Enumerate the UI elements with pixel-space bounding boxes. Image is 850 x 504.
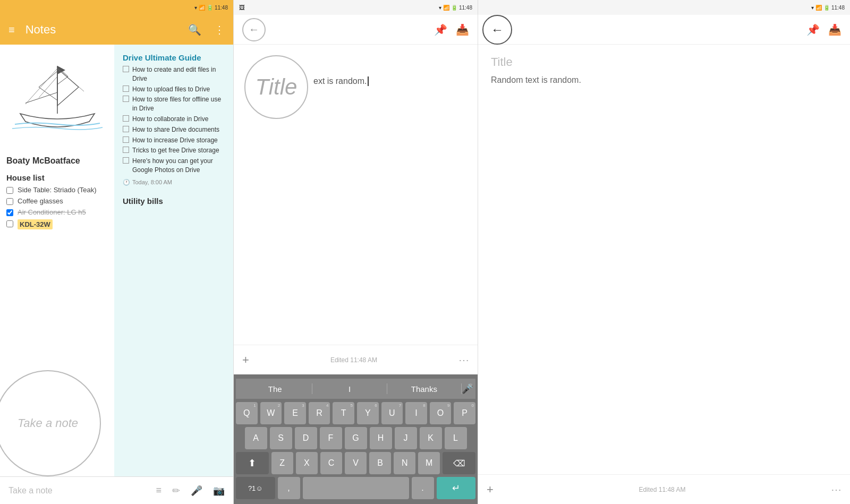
note-item: Tricks to get free Drive storage — [123, 146, 224, 155]
battery-icon-2: 🔋 — [451, 5, 457, 11]
symbols-key[interactable]: ?1☺ — [236, 477, 275, 499]
suggestion-2[interactable]: I — [312, 385, 386, 394]
hamburger-icon[interactable]: ≡ — [8, 24, 15, 36]
key-C[interactable]: C — [320, 452, 342, 474]
key-P[interactable]: P0 — [454, 402, 475, 424]
list-item: Air Conditioner: LG h5 — [0, 207, 114, 218]
svg-line-4 — [57, 69, 84, 91]
time-display-3: 11:48 — [831, 5, 845, 11]
drive-guide-card[interactable]: Drive Ultimate Guide How to create and e… — [118, 50, 228, 189]
house-list-title: House list — [0, 169, 114, 184]
archive-icon[interactable]: 📥 — [456, 23, 469, 36]
key-B[interactable]: B — [369, 452, 391, 474]
note-edit-area[interactable]: Title ext is random. — [234, 45, 478, 345]
toolbar-3: ← 📌 📥 — [478, 15, 850, 45]
key-F[interactable]: F — [320, 427, 342, 449]
note-item: How to share Drive documents — [123, 125, 224, 134]
keyboard-mic-icon[interactable]: 🎤 — [462, 383, 473, 395]
note-cb-3 — [123, 96, 129, 102]
backspace-key[interactable]: ⌫ — [443, 452, 475, 474]
edited-timestamp-3: Edited 11:48 AM — [494, 486, 831, 493]
space-key[interactable] — [303, 477, 409, 499]
item-label-1: Side Table: Striado (Teak) — [18, 186, 97, 194]
key-Y[interactable]: Y6 — [357, 402, 379, 424]
more-options-button[interactable]: ⋯ — [458, 354, 469, 366]
key-H[interactable]: H — [370, 427, 392, 449]
key-Q[interactable]: Q1 — [236, 402, 258, 424]
key-D[interactable]: D — [295, 427, 317, 449]
item-label-3: Air Conditioner: LG h5 — [18, 208, 86, 216]
ship-illustration — [7, 50, 108, 146]
key-V[interactable]: V — [345, 452, 367, 474]
key-M[interactable]: M — [418, 452, 440, 474]
key-Z[interactable]: Z — [271, 452, 293, 474]
note-body-display[interactable]: ext is random. — [313, 55, 467, 86]
checkbox-4[interactable] — [6, 220, 13, 227]
key-S[interactable]: S — [270, 427, 292, 449]
note-item-text-7: Tricks to get free Drive storage — [132, 146, 219, 155]
menu-icon[interactable]: ⋮ — [214, 23, 225, 36]
enter-key[interactable]: ↵ — [437, 477, 476, 499]
back-button-3[interactable]: ← — [482, 15, 512, 45]
back-button[interactable]: ← — [242, 18, 266, 41]
pin-icon[interactable]: 📌 — [434, 23, 447, 36]
note-item-text-1: How to create and edit files in Drive — [132, 65, 224, 83]
take-note-placeholder[interactable]: Take a note — [8, 486, 145, 496]
key-U[interactable]: U7 — [381, 402, 403, 424]
suggestion-1[interactable]: The — [238, 385, 312, 394]
svg-line-1 — [26, 92, 57, 103]
camera-icon[interactable]: 📷 — [213, 485, 225, 497]
list-item: Coffee glasses — [0, 195, 114, 207]
more-options-button-3[interactable]: ⋯ — [831, 483, 842, 496]
brush-icon[interactable]: ✏ — [172, 485, 180, 497]
add-button[interactable]: + — [242, 353, 249, 367]
comma-key[interactable]: , — [278, 477, 300, 499]
add-button-3[interactable]: + — [487, 483, 494, 497]
status-icons-3: ▾ 📶 🔋 11:48 — [811, 5, 845, 11]
list-item: Side Table: Striado (Teak) — [0, 184, 114, 195]
key-K[interactable]: K — [420, 427, 442, 449]
wifi-icon: ▾ — [194, 5, 197, 11]
key-X[interactable]: X — [296, 452, 318, 474]
keyboard-row-1: Q1 W2 E3 R4 T5 Y6 U7 I8 O9 P0 — [236, 402, 475, 424]
key-J[interactable]: J — [395, 427, 417, 449]
note-item-text-8: Here's how you can get your Google Photo… — [132, 157, 224, 175]
utility-bills-card[interactable]: Utility bills — [118, 193, 228, 209]
checkbox-1[interactable] — [6, 187, 13, 194]
note-body-3: Random text is random. — [491, 75, 837, 85]
app-title: Notes — [26, 23, 182, 37]
key-A[interactable]: A — [245, 427, 267, 449]
signal-icon-3: 📶 — [815, 5, 822, 11]
key-N[interactable]: N — [394, 452, 415, 474]
period-key[interactable]: . — [412, 477, 434, 499]
checkbox-2[interactable] — [6, 198, 13, 205]
keyboard-row-3: ⬆ Z X C V B N M ⌫ — [236, 452, 475, 474]
key-R[interactable]: R4 — [309, 402, 330, 424]
note-body-text: ext is random. — [313, 76, 367, 86]
utility-bills-title: Utility bills — [123, 197, 224, 206]
list-icon[interactable]: ≡ — [156, 485, 162, 496]
search-icon[interactable]: 🔍 — [188, 23, 201, 36]
wifi-icon-3: ▾ — [811, 5, 814, 11]
mic-icon[interactable]: 🎤 — [191, 485, 202, 497]
edited-timestamp: Edited 11:48 AM — [249, 356, 458, 364]
key-T[interactable]: T5 — [333, 402, 354, 424]
title-circle: Title — [244, 55, 308, 119]
key-I[interactable]: I8 — [405, 402, 427, 424]
status-bar-2: 🖼 ▾ 📶 🔋 11:48 — [234, 0, 478, 15]
status-icons-2: ▾ 📶 🔋 11:48 — [439, 5, 472, 11]
shift-key[interactable]: ⬆ — [236, 452, 269, 474]
key-W[interactable]: W2 — [260, 402, 282, 424]
key-O[interactable]: O9 — [430, 402, 452, 424]
checkbox-3[interactable] — [6, 209, 13, 216]
time-display-1: 11:48 — [215, 5, 228, 11]
pin-icon-3[interactable]: 📌 — [806, 23, 820, 36]
suggestion-3[interactable]: Thanks — [387, 385, 461, 394]
key-L[interactable]: L — [445, 427, 467, 449]
user-name: Boaty McBoatface — [0, 151, 114, 169]
key-E[interactable]: E3 — [284, 402, 306, 424]
key-G[interactable]: G — [345, 427, 367, 449]
panel3-bottom-bar: + Edited 11:48 AM ⋯ — [478, 474, 850, 504]
panel-notes-list: ▾ 📶 🔋 11:48 ≡ Notes 🔍 ⋮ — [0, 0, 234, 504]
archive-icon-3[interactable]: 📥 — [828, 23, 842, 36]
